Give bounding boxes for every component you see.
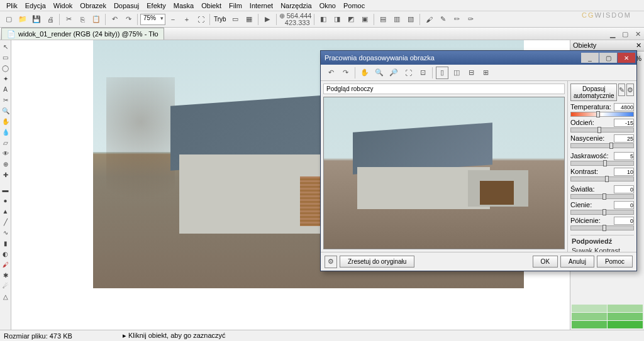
highlights-track[interactable] xyxy=(570,194,634,199)
swatch[interactable] xyxy=(608,305,643,312)
close-icon[interactable]: ✕ xyxy=(618,53,635,63)
menu-widok[interactable]: Widok xyxy=(50,1,77,11)
contrast-track[interactable] xyxy=(570,176,634,181)
tab-max-icon[interactable]: ▢ xyxy=(619,28,631,40)
temperature-track[interactable] xyxy=(570,112,634,117)
midtones-track[interactable] xyxy=(570,225,634,230)
hand-tool-icon[interactable]: ✋ xyxy=(1,116,11,126)
brush-icon[interactable]: 🖌 xyxy=(423,13,435,26)
cut-icon[interactable]: ✂ xyxy=(62,13,75,26)
spray-tool-icon[interactable]: ✱ xyxy=(1,270,11,280)
brush3-icon[interactable]: ✏ xyxy=(450,13,463,26)
heal-tool-icon[interactable]: ✚ xyxy=(1,170,11,180)
menu-dopasuj[interactable]: Dopasuj xyxy=(110,1,143,11)
tool-b-icon[interactable]: ◨ xyxy=(331,13,343,26)
tool-c-icon[interactable]: ◩ xyxy=(345,13,357,26)
brush4-icon[interactable]: ✑ xyxy=(464,13,477,26)
zoom-out-icon[interactable]: − xyxy=(167,13,179,26)
auto-opt1-icon[interactable]: ✎ xyxy=(618,84,625,96)
gradient-tool-icon[interactable]: ◐ xyxy=(1,249,11,259)
print-icon[interactable]: 🖨 xyxy=(44,13,57,26)
swatch[interactable] xyxy=(572,321,607,328)
split-none-icon[interactable]: ▯ xyxy=(436,67,448,79)
panel-close-icon[interactable]: ✕ xyxy=(636,41,641,50)
tool-d-icon[interactable]: ▣ xyxy=(358,13,371,26)
tab-min-icon[interactable]: ▁ xyxy=(606,28,619,40)
saturation-track[interactable] xyxy=(570,143,634,148)
preview-image[interactable] xyxy=(323,97,565,249)
help-button[interactable]: Pomoc xyxy=(597,256,633,268)
menu-narzedzia[interactable]: Narzędzia xyxy=(277,1,316,11)
menu-film[interactable]: Film xyxy=(225,1,246,11)
zoom-combo[interactable]: 75% xyxy=(140,14,165,25)
select-tool-icon[interactable]: ↖ xyxy=(1,41,11,51)
poly-shape-icon[interactable]: ▲ xyxy=(1,206,11,216)
mode-icon[interactable]: ▭ xyxy=(229,13,242,26)
crop-tool-icon[interactable]: ✂ xyxy=(1,95,11,105)
redo-icon[interactable]: ↷ xyxy=(122,13,135,26)
open-icon[interactable]: 📁 xyxy=(16,13,29,26)
menu-pomoc[interactable]: Pomoc xyxy=(340,1,369,11)
undo-icon[interactable]: ↶ xyxy=(108,13,121,26)
zoom-tool-icon[interactable]: 🔍 xyxy=(1,106,11,116)
tab-close-icon[interactable]: ✕ xyxy=(631,28,644,40)
tool-a-icon[interactable]: ◧ xyxy=(317,13,330,26)
zoomin-icon[interactable]: 🔍 xyxy=(373,67,386,79)
swatch[interactable] xyxy=(572,313,607,320)
paste-icon[interactable]: 📋 xyxy=(90,13,103,26)
lasso-tool-icon[interactable]: ◯ xyxy=(1,63,11,73)
tool-e-icon[interactable]: ▤ xyxy=(377,13,389,26)
brush-tool-icon[interactable]: 🖌 xyxy=(1,259,11,269)
swatch[interactable] xyxy=(572,305,607,312)
dialog-titlebar[interactable]: Pracownia dopasowywania obrazka _ ▢ ✕ xyxy=(321,51,636,65)
fit-icon[interactable]: ⛶ xyxy=(194,13,207,26)
brush2-icon[interactable]: ✎ xyxy=(436,13,449,26)
mask-tool-icon[interactable]: ▭ xyxy=(1,52,11,62)
cancel-button[interactable]: Anuluj xyxy=(560,256,594,268)
copy-icon[interactable]: ⎘ xyxy=(76,13,89,26)
swatch[interactable] xyxy=(608,321,643,328)
reset-button[interactable]: Zresetuj do oryginału xyxy=(340,256,414,268)
circle-shape-icon[interactable]: ● xyxy=(1,195,11,205)
tab-active[interactable]: 📄 widok_01_render (RGB (24 bity)) @75% -… xyxy=(1,28,164,40)
tint-track[interactable] xyxy=(570,127,634,133)
mode2-icon[interactable]: ▦ xyxy=(243,13,255,26)
menu-internet[interactable]: Internet xyxy=(246,1,277,11)
split-v-icon[interactable]: ⊟ xyxy=(465,67,477,79)
text-tool-icon[interactable]: A xyxy=(1,84,11,94)
tool-g-icon[interactable]: ▧ xyxy=(404,13,417,26)
menu-obrazek[interactable]: Obrazek xyxy=(76,1,110,11)
menu-efekty[interactable]: Efekty xyxy=(143,1,170,11)
new-icon[interactable]: ▢ xyxy=(3,13,15,26)
minimize-icon[interactable]: _ xyxy=(581,53,599,63)
split-h-icon[interactable]: ◫ xyxy=(450,67,463,79)
rotate-right-icon[interactable]: ↷ xyxy=(339,67,352,79)
eyedrop-tool-icon[interactable]: 💧 xyxy=(1,127,11,137)
redeye-tool-icon[interactable]: 👁 xyxy=(1,148,11,158)
path-tool-icon[interactable]: ∿ xyxy=(1,227,11,237)
menu-maska[interactable]: Maska xyxy=(170,1,197,11)
zoomfit-icon[interactable]: ⛶ xyxy=(402,67,414,79)
zoomout-icon[interactable]: 🔎 xyxy=(387,67,400,79)
brightness-track[interactable] xyxy=(570,161,634,166)
save-icon[interactable]: 💾 xyxy=(30,13,43,26)
launch-icon[interactable]: ▶ xyxy=(261,13,274,26)
menu-edycja[interactable]: Edycja xyxy=(21,1,50,11)
split-4-icon[interactable]: ⊞ xyxy=(479,67,492,79)
menu-plik[interactable]: Plik xyxy=(3,1,21,11)
menu-okno[interactable]: Okno xyxy=(316,1,340,11)
auto-opt2-icon[interactable]: ⚙ xyxy=(626,84,634,96)
swatch[interactable] xyxy=(608,313,643,320)
auto-adjust-button[interactable]: Dopasuj automatycznie xyxy=(570,84,617,101)
shadows-track[interactable] xyxy=(570,210,634,215)
highlights-input[interactable] xyxy=(614,185,634,193)
contrast-input[interactable] xyxy=(614,168,634,176)
wand-tool-icon[interactable]: ✦ xyxy=(1,73,11,84)
line-shape-icon[interactable]: ╱ xyxy=(1,217,11,227)
settings-icon[interactable]: ⚙ xyxy=(325,256,337,268)
erase-tool-icon[interactable]: ▱ xyxy=(1,138,11,148)
fill-tool-icon[interactable]: ▮ xyxy=(1,238,11,248)
saturation-input[interactable] xyxy=(614,134,634,143)
sharpen-tool-icon[interactable]: △ xyxy=(1,291,11,301)
brightness-input[interactable] xyxy=(614,152,634,160)
